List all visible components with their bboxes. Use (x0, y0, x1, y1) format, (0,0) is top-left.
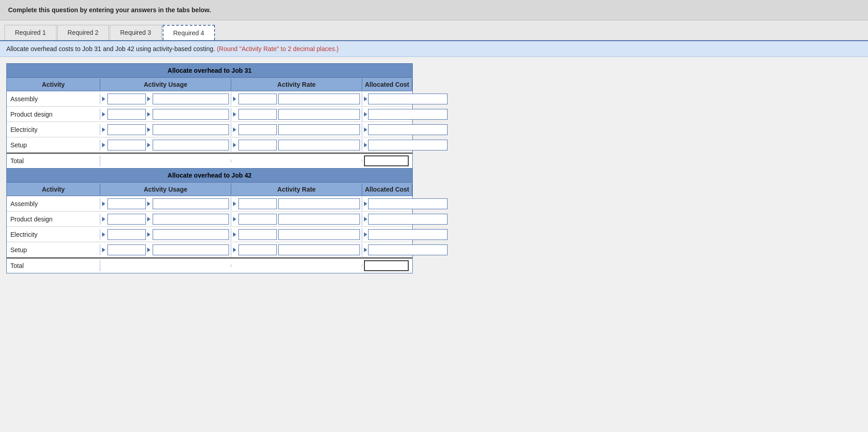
job42-setup-usage-input2[interactable] (153, 244, 229, 255)
job42-electricity-rate-input1[interactable] (238, 229, 277, 240)
job42-electricity-rate-input2[interactable] (278, 229, 360, 240)
job31-electricity-label: Electricity (7, 124, 100, 135)
job31-setup-rate-input2[interactable] (278, 140, 360, 150)
job42-productdesign-rate-input2[interactable] (278, 214, 360, 225)
job31-setup-usage-input1[interactable] (107, 140, 146, 150)
arrow-icon (233, 97, 236, 101)
job42-productdesign-rate-input1[interactable] (238, 214, 277, 225)
job42-setup-usage-input1[interactable] (107, 244, 146, 255)
job42-assembly-rate-input2[interactable] (278, 198, 360, 209)
arrow-icon (147, 217, 150, 221)
job42-productdesign-rate (231, 212, 362, 226)
job42-assembly-rate (231, 197, 362, 211)
job42-assembly-label: Assembly (7, 198, 100, 209)
job42-total-rate-empty (231, 264, 362, 267)
job31-assembly-rate (231, 92, 362, 106)
job42-setup-allocated (362, 243, 449, 257)
arrow-icon (233, 127, 236, 132)
tab-required3[interactable]: Required 3 (110, 25, 162, 40)
job31-electricity-usage-input2[interactable] (153, 124, 229, 135)
job31-total-allocated-input[interactable] (364, 155, 409, 166)
job42-productdesign-allocated (362, 212, 449, 226)
job42-assembly-usage (100, 197, 231, 211)
job31-productdesign-rate-input1[interactable] (238, 109, 277, 120)
arrow-icon (364, 143, 367, 147)
job31-productdesign-rate-input2[interactable] (278, 109, 360, 120)
job31-assembly-rate-input2[interactable] (278, 94, 360, 104)
job42-total-usage-empty (100, 264, 231, 267)
job31-col-headers: Activity Activity Usage Activity Rate Al… (7, 78, 412, 91)
job31-electricity-usage (100, 123, 231, 136)
job42-assembly-allocated-input[interactable] (368, 198, 448, 209)
job31-setup-usage-input2[interactable] (153, 140, 229, 150)
job42-productdesign-label: Product design (7, 214, 100, 225)
job31-electricity-rate-input1[interactable] (238, 124, 277, 135)
tab-required2[interactable]: Required 2 (57, 25, 109, 40)
job31-assembly-allocated-input[interactable] (368, 94, 448, 104)
table-row: Product design (7, 211, 412, 227)
job42-assembly-usage-input2[interactable] (153, 198, 229, 209)
arrow-icon (102, 143, 105, 147)
job42-setup-label: Setup (7, 244, 100, 255)
arrow-icon (233, 217, 236, 221)
job31-assembly-rate-input1[interactable] (238, 94, 277, 104)
arrow-icon (102, 217, 105, 221)
job42-total-label: Total (7, 260, 100, 271)
job42-setup-rate-input1[interactable] (238, 244, 277, 255)
job31-productdesign-allocated-input[interactable] (368, 109, 448, 120)
tab-required1[interactable]: Required 1 (5, 25, 56, 40)
job42-setup-rate (231, 243, 362, 257)
job42-assembly-rate-input1[interactable] (238, 198, 277, 209)
arrow-icon (147, 232, 150, 237)
job42-setup-rate-input2[interactable] (278, 244, 360, 255)
job42-total-allocated-input[interactable] (364, 260, 409, 271)
table-row: Electricity (7, 122, 412, 137)
job42-setup-allocated-input[interactable] (368, 244, 448, 255)
job31-assembly-usage-input1[interactable] (107, 94, 146, 104)
arrow-icon (364, 112, 367, 117)
job31-electricity-rate-input2[interactable] (278, 124, 360, 135)
arrow-icon (147, 97, 150, 101)
job31-assembly-usage-input2[interactable] (153, 94, 229, 104)
job31-productdesign-usage-input1[interactable] (107, 109, 146, 120)
arrow-icon (364, 232, 367, 237)
arrow-icon (102, 97, 105, 101)
job42-productdesign-usage-input1[interactable] (107, 214, 146, 225)
arrow-icon (364, 217, 367, 221)
job31-productdesign-usage (100, 108, 231, 121)
table-row: Setup (7, 242, 412, 258)
job42-electricity-usage-input1[interactable] (107, 229, 146, 240)
job31-col-allocated: Allocated Cost (362, 79, 412, 90)
job31-setup-rate-input1[interactable] (238, 140, 277, 150)
job31-setup-allocated (362, 138, 449, 152)
job42-assembly-usage-input1[interactable] (107, 198, 146, 209)
tab-required4[interactable]: Required 4 (163, 25, 215, 40)
job31-total-allocated (362, 154, 412, 168)
job42-electricity-allocated-input[interactable] (368, 229, 448, 240)
top-instruction: Complete this question by entering your … (0, 0, 868, 20)
arrow-icon (102, 112, 105, 117)
job42-productdesign-usage-input2[interactable] (153, 214, 229, 225)
arrow-icon (147, 127, 150, 132)
arrow-icon (102, 202, 105, 206)
job42-section-header: Allocate overhead to Job 42 (7, 169, 412, 183)
arrow-icon (233, 232, 236, 237)
job31-electricity-usage-input1[interactable] (107, 124, 146, 135)
arrow-icon (102, 127, 105, 132)
job42-assembly-allocated (362, 197, 449, 211)
job31-setup-label: Setup (7, 140, 100, 150)
job31-electricity-allocated-input[interactable] (368, 124, 448, 135)
instruction-main: Allocate overhead costs to Job 31 and Jo… (6, 45, 215, 52)
job42-setup-usage (100, 243, 231, 257)
job31-productdesign-usage-input2[interactable] (153, 109, 229, 120)
job42-productdesign-allocated-input[interactable] (368, 214, 448, 225)
job42-col-activity: Activity (7, 183, 100, 195)
arrow-icon (364, 127, 367, 132)
job31-productdesign-allocated (362, 108, 449, 121)
job42-total-row: Total (7, 258, 412, 273)
job31-total-row: Total (7, 153, 412, 168)
arrow-icon (102, 248, 105, 252)
job42-table: Allocate overhead to Job 42 Activity Act… (6, 169, 413, 273)
job42-electricity-usage-input2[interactable] (153, 229, 229, 240)
job31-setup-allocated-input[interactable] (368, 140, 448, 150)
